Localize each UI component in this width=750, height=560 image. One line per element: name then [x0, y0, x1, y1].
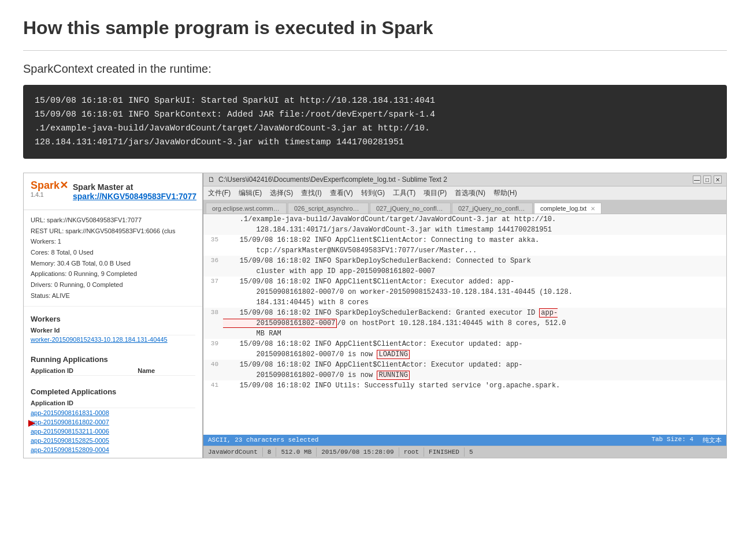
- completed-apps-title: Completed Applications: [31, 387, 195, 396]
- spark-info: URL: spark://NKGV50849583FV1:7077 REST U…: [24, 210, 202, 307]
- line-content-cont: .1/example-java-build/JavaWordCount/targ…: [223, 214, 724, 235]
- spark-memory: Memory: 30.4 GB Total, 0.0 B Used: [31, 258, 195, 269]
- bottom-col-2: 8: [263, 447, 277, 457]
- bottom-col-5: root: [399, 447, 424, 457]
- bottom-col-7: 5: [465, 447, 478, 457]
- menu-file[interactable]: 文件(F): [208, 188, 231, 198]
- menu-project[interactable]: 项目(P): [424, 188, 447, 198]
- line-num-cont: [206, 214, 223, 235]
- log-line-37: 37 15/09/08 16:18:02 INFO AppClient$Clie…: [203, 277, 726, 308]
- line-content-36: 15/09/08 16:18:02 INFO SparkDeploySchedu…: [223, 256, 724, 277]
- ui-container: Spark✕ 1.4.1 Spark Master at spark://NKG…: [23, 173, 727, 458]
- tab-async[interactable]: 026_script_asynchronous_load.html ✕: [288, 203, 369, 214]
- spark-logo: Spark✕ 1.4.1: [31, 179, 68, 204]
- menu-view[interactable]: 查看(V): [330, 188, 353, 198]
- menu-goto[interactable]: 转到(G): [361, 188, 385, 198]
- spark-master-title: Spark Master at spark://NKGV50849583FV1:…: [73, 182, 196, 201]
- code-block: 15/09/08 16:18:01 INFO SparkUI: Started …: [23, 85, 727, 159]
- log-line-41: 41 15/09/08 16:18:02 INFO Utils: Success…: [203, 380, 726, 391]
- highlight-appid-38: app- 20150908161802-0007: [223, 308, 558, 328]
- worker-link[interactable]: worker-20150908152433-10.128.184.131-404…: [31, 335, 195, 344]
- window-controls: — □ ✕: [693, 176, 722, 184]
- spark-cores: Cores: 8 Total, 0 Used: [31, 247, 195, 258]
- line-content-41: 15/09/08 16:18:02 INFO Utils: Successful…: [223, 380, 724, 391]
- line-num-36: 36: [206, 256, 223, 277]
- bottom-col-name: JavaWordCount: [203, 447, 263, 457]
- tab-component[interactable]: org.eclipse.wst.common.component ✕: [206, 203, 287, 214]
- log-line-35: 35 15/09/08 16:18:02 INFO AppClient$Clie…: [203, 235, 726, 256]
- app-link-3[interactable]: app-20150908152825-0005: [31, 436, 195, 445]
- log-line-36: 36 15/09/08 16:18:02 INFO SparkDeploySch…: [203, 256, 726, 277]
- spark-drivers: Drivers: 0 Running, 0 Completed: [31, 279, 195, 290]
- app-link-4[interactable]: app-20150908152809-0004: [31, 445, 195, 454]
- running-apps-title: Running Applications: [31, 355, 195, 364]
- sublime-content: .1/example-java-build/JavaWordCount/targ…: [203, 214, 726, 458]
- spark-panel: Spark✕ 1.4.1 Spark Master at spark://NKG…: [24, 173, 203, 458]
- highlight-loading: LOADING: [377, 350, 409, 359]
- line-num-40: 40: [206, 360, 223, 380]
- spark-url: URL: spark://NKGV50849583FV1:7077: [31, 215, 195, 226]
- sublime-menubar: 文件(F) 编辑(E) 选择(S) 查找(I) 查看(V) 转到(G) 工具(T…: [203, 186, 726, 200]
- app-link-1[interactable]: app-20150908161802-0007: [31, 417, 195, 427]
- log-area: .1/example-java-build/JavaWordCount/targ…: [203, 214, 726, 435]
- spark-section-running: Running Applications Application ID Name: [24, 347, 202, 379]
- page-wrapper: How this sample program is executed in S…: [0, 0, 750, 470]
- app-row-1: app-20150908161802-0007 ►: [31, 417, 195, 427]
- statusbar-right: Tab Size: 4 纯文本: [651, 436, 722, 445]
- log-line-cont: .1/example-java-build/JavaWordCount/targ…: [203, 214, 726, 235]
- spark-version: 1.4.1: [31, 192, 43, 198]
- tab-close-4[interactable]: ✕: [591, 206, 595, 212]
- spark-header: Spark✕ 1.4.1 Spark Master at spark://NKG…: [24, 173, 202, 210]
- line-num-39: 39: [206, 339, 223, 360]
- file-icon: 🗋: [208, 176, 215, 184]
- workers-section-title: Workers: [31, 315, 195, 323]
- spark-master-link[interactable]: spark://NKGV50849583FV1:7077: [73, 192, 196, 201]
- tab-jquery-txt[interactable]: 027_jQuery_no_conflict.txt ✕: [370, 203, 451, 214]
- line-content-39: 15/09/08 16:18:02 INFO AppClient$ClientA…: [223, 339, 724, 360]
- spark-status: Status: ALIVE: [31, 290, 195, 301]
- log-line-38: 38 15/09/08 16:18:02 INFO SparkDeploySch…: [203, 308, 726, 339]
- bottom-col-status: FINISHED: [424, 447, 465, 457]
- tab-jquery-js[interactable]: 027_jQuery_no_conflict.js ✕: [452, 203, 533, 214]
- close-button[interactable]: ✕: [714, 176, 722, 184]
- spark-applications: Applications: 0 Running, 9 Completed: [31, 268, 195, 279]
- sublime-tabs: org.eclipse.wst.common.component ✕ 026_s…: [203, 200, 726, 214]
- statusbar-encoding: 纯文本: [703, 436, 722, 445]
- app-link-0[interactable]: app-20150908161831-0008: [31, 408, 195, 417]
- red-arrow-icon: ►: [26, 416, 38, 430]
- menu-help[interactable]: 帮助(H): [493, 188, 517, 198]
- sublime-window: 🗋 C:\Users\i042416\Documents\DevExpert\c…: [203, 173, 726, 458]
- line-num-41: 41: [206, 380, 223, 391]
- minimize-button[interactable]: —: [693, 176, 701, 184]
- menu-find[interactable]: 查找(I): [301, 188, 321, 198]
- bottom-table: JavaWordCount 8 512.0 MB 2015/09/08 15:2…: [203, 446, 726, 458]
- highlight-running: RUNNING: [377, 371, 409, 380]
- line-content-35: 15/09/08 16:18:02 INFO AppClient$ClientA…: [223, 235, 724, 256]
- menu-edit[interactable]: 编辑(E): [239, 188, 262, 198]
- statusbar-selection: ASCII, 23 characters selected: [208, 436, 318, 443]
- spark-logo-x: ✕: [60, 180, 68, 191]
- tab-complete-log[interactable]: complete_log.txt ✕: [534, 203, 602, 214]
- name-header: Name: [138, 367, 195, 374]
- spark-section-workers: Workers Worker Id worker-20150908152433-…: [24, 307, 202, 347]
- menu-preferences[interactable]: 首选项(N): [455, 188, 485, 198]
- menu-select[interactable]: 选择(S): [270, 188, 293, 198]
- subtitle: SparkContext created in the runtime:: [23, 62, 727, 76]
- completed-apps-list: app-20150908161831-0008 app-201509081618…: [31, 408, 195, 454]
- spark-rest-url: REST URL: spark://NKGV50849583FV1:6066 (…: [31, 226, 195, 237]
- bottom-col-4: 2015/09/08 15:28:09: [317, 447, 399, 457]
- log-line-40: 40 15/09/08 16:18:02 INFO AppClient$Clie…: [203, 360, 726, 380]
- line-content-40: 15/09/08 16:18:02 INFO AppClient$ClientA…: [223, 360, 724, 380]
- menu-tools[interactable]: 工具(T): [393, 188, 415, 198]
- completed-app-id-header: Application ID: [31, 398, 195, 408]
- log-line-39: 39 15/09/08 16:18:02 INFO AppClient$Clie…: [203, 339, 726, 360]
- app-link-2[interactable]: app-20150908153211-0006: [31, 427, 195, 436]
- titlebar-text: C:\Users\i042416\Documents\DevExpert\com…: [218, 176, 447, 184]
- line-content-37: 15/09/08 16:18:02 INFO AppClient$ClientA…: [223, 277, 724, 308]
- app-id-header: Application ID: [31, 367, 138, 374]
- worker-id-header: Worker Id: [31, 326, 195, 335]
- maximize-button[interactable]: □: [703, 176, 711, 184]
- line-num-37: 37: [206, 277, 223, 308]
- spark-workers: Workers: 1: [31, 236, 195, 247]
- sublime-statusbar: ASCII, 23 characters selected Tab Size: …: [203, 435, 726, 446]
